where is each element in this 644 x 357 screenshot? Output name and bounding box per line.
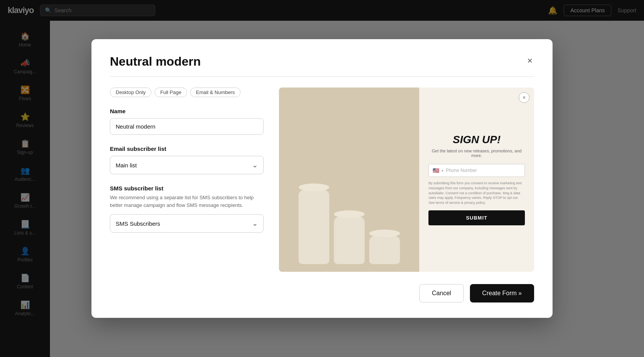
cylinder-tall (299, 187, 329, 264)
modal-body: Desktop Only Full Page Email & Numbers N… (110, 88, 534, 272)
tag-email-numbers: Email & Numbers (190, 88, 241, 97)
preview-image (279, 88, 419, 272)
modal-divider (110, 76, 534, 77)
preview-close-button[interactable]: × (519, 92, 529, 103)
preview-cylinders (299, 187, 400, 272)
phone-placeholder: Phone Number (446, 168, 477, 173)
email-list-label: Email subscriber list (110, 145, 264, 152)
preview-signup-subtitle: Get the latest on new releases, promotio… (428, 149, 525, 158)
email-list-select[interactable]: Main list ⌄ (110, 156, 264, 174)
sms-list-select-wrapper: SMS Subscribers ⌄ (110, 214, 264, 233)
cancel-button[interactable]: Cancel (419, 284, 464, 302)
tag-full-page: Full Page (154, 88, 187, 97)
preview-submit-button[interactable]: SUBMIT (428, 210, 525, 225)
preview-disclaimer: By submitting this form you consent to r… (428, 181, 525, 205)
preview-signup-title: SIGN UP! (453, 134, 500, 146)
sms-section-title: SMS subscriber list (110, 185, 264, 192)
name-label: Name (110, 108, 264, 114)
chevron-down-icon: ▾ (442, 169, 443, 173)
sms-list-chevron-icon: ⌄ (252, 219, 258, 228)
flag-icon: 🇺🇸 (433, 167, 439, 174)
cylinder-mid (334, 214, 365, 264)
tags-container: Desktop Only Full Page Email & Numbers (110, 88, 264, 97)
modal-close-button[interactable]: × (526, 55, 534, 67)
preview-phone-input[interactable]: 🇺🇸 ▾ Phone Number (428, 164, 525, 177)
name-input[interactable] (110, 118, 264, 135)
modal-overlay: Neutral modern × Desktop Only Full Page … (0, 0, 644, 357)
email-list-chevron-icon: ⌄ (252, 161, 258, 169)
modal: Neutral modern × Desktop Only Full Page … (91, 39, 553, 318)
sms-section-desc: We recommend using a separate list for S… (110, 194, 264, 209)
modal-preview: × SIGN UP! Get the latest on new release… (279, 88, 534, 272)
tag-desktop-only: Desktop Only (110, 88, 151, 97)
create-form-button[interactable]: Create Form » (470, 284, 534, 302)
modal-title: Neutral modern (110, 55, 201, 69)
modal-footer: Cancel Create Form » (110, 284, 534, 302)
modal-header: Neutral modern × (110, 55, 534, 69)
email-list-select-wrapper: Main list ⌄ (110, 156, 264, 174)
preview-form: × SIGN UP! Get the latest on new release… (419, 88, 534, 272)
modal-left-panel: Desktop Only Full Page Email & Numbers N… (110, 88, 264, 272)
cylinder-short (369, 233, 400, 264)
email-list-value: Main list (116, 162, 137, 169)
sms-list-select[interactable]: SMS Subscribers ⌄ (110, 214, 264, 233)
sms-list-value: SMS Subscribers (116, 220, 160, 227)
